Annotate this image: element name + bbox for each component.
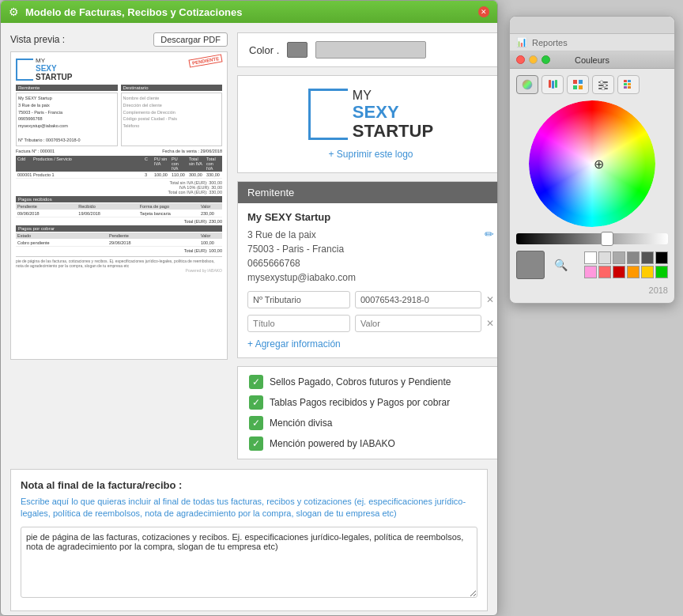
svg-rect-3 xyxy=(555,80,557,88)
year-label: 2018 xyxy=(649,285,668,295)
edit-address-icon[interactable]: ✏ xyxy=(485,228,494,240)
color-section: Color . xyxy=(237,32,497,67)
svg-rect-4 xyxy=(573,80,577,84)
preset-mgray[interactable] xyxy=(613,251,625,264)
preset-black[interactable] xyxy=(655,251,668,264)
year-label-area: 2018 xyxy=(516,282,668,297)
preview-remitente-col: My SEXY Startup3 Rue de la paix75003 - P… xyxy=(16,93,118,146)
svg-rect-17 xyxy=(628,83,631,85)
checkbox-label-2: Tablas Pagos recibidos y Pagos por cobra… xyxy=(270,397,450,408)
field2-label-input[interactable] xyxy=(247,315,350,332)
logo-startup: STARTUP xyxy=(353,122,433,141)
checkbox-3[interactable]: ✓ xyxy=(249,416,263,430)
couleurs-tab-palette[interactable] xyxy=(567,75,589,94)
field2-remove-icon[interactable]: ✕ xyxy=(486,318,494,329)
svg-point-13 xyxy=(602,87,605,90)
checkbox-row-3: ✓ Mención divisa xyxy=(249,416,492,430)
preview-remitente-header: Remitente xyxy=(16,85,118,91)
couleurs-tab-crayons[interactable] xyxy=(541,75,564,94)
remitente-section: Remitente My SEXY Startup 3 Rue de la pa… xyxy=(237,181,497,358)
preset-red2[interactable] xyxy=(598,266,611,278)
checkbox-label-3: Mención divisa xyxy=(270,418,332,429)
checkbox-label-4: Mención powered by IABAKO xyxy=(270,438,395,449)
preview-destinatario-col: Nombre del clienteDirección del clienteC… xyxy=(121,93,223,146)
field1-remove-icon[interactable]: ✕ xyxy=(486,294,494,305)
svg-rect-5 xyxy=(579,80,583,84)
preset-dred[interactable] xyxy=(613,266,625,278)
couleurs-bottom: 🔍 xyxy=(516,251,668,279)
minimize-dot[interactable] xyxy=(529,55,538,64)
checkbox-1[interactable]: ✓ xyxy=(249,375,263,389)
svg-point-12 xyxy=(603,84,606,87)
note-description: Escribe aquí lo que quieras incluir al f… xyxy=(21,496,477,520)
field1-value-input[interactable] xyxy=(355,291,481,308)
preview-box: MY SEXY STARTUP PENDIENTE Remitente Dest… xyxy=(10,51,228,360)
note-section: Nota al final de la factura/recibo : Esc… xyxy=(10,469,488,611)
logo-my: MY xyxy=(353,89,433,103)
color-wheel[interactable]: ⊕ xyxy=(529,100,655,227)
preset-yellow[interactable] xyxy=(641,266,654,278)
preview-header: Vista previa : Descargar PDF xyxy=(10,32,228,47)
preview-powered: Powered by IABAKO xyxy=(16,268,222,273)
svg-rect-15 xyxy=(628,80,631,82)
checkbox-2[interactable]: ✓ xyxy=(249,395,263,410)
note-textarea[interactable]: pie de página de las facturas, cotizacio… xyxy=(21,527,477,598)
preset-lgray[interactable] xyxy=(598,251,611,264)
download-pdf-button[interactable]: Descargar PDF xyxy=(153,32,228,47)
slider-thumb[interactable] xyxy=(601,232,613,246)
couleurs-tab-wheel[interactable] xyxy=(516,75,538,94)
preview-pago-row: 09/06/2018 19/06/2018 Tarjeta bancaria 2… xyxy=(16,210,222,217)
color-swatch[interactable] xyxy=(287,42,308,58)
preset-green[interactable] xyxy=(655,266,668,278)
checkbox-4[interactable]: ✓ xyxy=(249,436,263,451)
preview-invoice-num: Factura Nº : 000001 xyxy=(16,149,55,153)
checkbox-row-1: ✓ Sellos Pagado, Cobros futuros y Pendie… xyxy=(249,375,492,389)
remove-logo-link[interactable]: + Suprimir este logo xyxy=(328,149,413,160)
color-wheel-container[interactable]: ⊕ xyxy=(516,100,668,227)
preset-dgray[interactable] xyxy=(627,251,640,264)
svg-rect-7 xyxy=(579,85,583,89)
checkboxes-section: ✓ Sellos Pagado, Cobros futuros y Pendie… xyxy=(237,366,497,459)
preview-products-header: Cdd Productos / Servicio C PU sin IVA PU… xyxy=(16,156,222,172)
svg-rect-2 xyxy=(552,81,554,89)
close-dot[interactable] xyxy=(516,55,525,64)
remitente-section-header: Remitente xyxy=(238,182,497,203)
couleurs-tabs xyxy=(516,75,668,94)
logo-bracket-large xyxy=(308,89,348,140)
couleurs-window-titlebar: Couleurs xyxy=(510,51,674,69)
couleurs-body: ⊕ 🔍 xyxy=(510,69,674,303)
logo-display: MY SEXY STARTUP xyxy=(308,89,433,141)
field1-label-input[interactable] xyxy=(247,291,350,308)
preview-panel: Vista previa : Descargar PDF MY SEXY STA… xyxy=(10,32,228,459)
svg-rect-6 xyxy=(573,85,577,89)
add-info-link[interactable]: + Agregar información xyxy=(247,338,494,350)
brightness-slider[interactable] xyxy=(516,233,668,244)
eyedropper-tool[interactable]: 🔍 xyxy=(549,254,572,276)
color-label: Color . xyxy=(249,44,279,56)
zoom-dot[interactable] xyxy=(541,55,550,64)
preset-pink[interactable] xyxy=(584,266,597,278)
field2-value-input[interactable] xyxy=(355,315,481,332)
svg-rect-18 xyxy=(624,86,627,89)
remitente-company-name: My SEXY Startup xyxy=(247,211,494,223)
remitente-body: My SEXY Startup 3 Rue de la paix 75003 -… xyxy=(238,203,497,357)
close-button[interactable]: ✕ xyxy=(478,6,489,17)
svg-point-11 xyxy=(600,81,603,84)
controls-panel: Color . MY SEXY STARTUP + Suprimir es xyxy=(237,32,497,459)
preview-pago-total: Total (EUR): 230,00 xyxy=(16,219,222,224)
preview-product-row: 000001 Producto 1 3 100,00 110,00 300,00… xyxy=(16,172,222,179)
color-value-box[interactable] xyxy=(315,41,426,59)
preview-stamp: PENDIENTE xyxy=(188,54,222,67)
couleurs-tab-hex[interactable] xyxy=(617,75,640,94)
couleurs-tab-sliders[interactable] xyxy=(592,75,614,94)
preview-date: Fecha de la venta : 29/06/2018 xyxy=(162,149,222,153)
couleurs-dots xyxy=(516,55,550,64)
couleurs-main-swatch[interactable] xyxy=(516,251,545,279)
preset-ddgray[interactable] xyxy=(641,251,654,264)
preset-white[interactable] xyxy=(584,251,597,264)
preset-orange[interactable] xyxy=(627,266,640,278)
remitente-address: 3 Rue de la paix 75003 - Paris - Francia… xyxy=(247,228,356,285)
remitente-address-row: 3 Rue de la paix 75003 - Paris - Francia… xyxy=(247,228,494,285)
top-section: Vista previa : Descargar PDF MY SEXY STA… xyxy=(10,32,488,459)
svg-point-0 xyxy=(523,80,532,89)
